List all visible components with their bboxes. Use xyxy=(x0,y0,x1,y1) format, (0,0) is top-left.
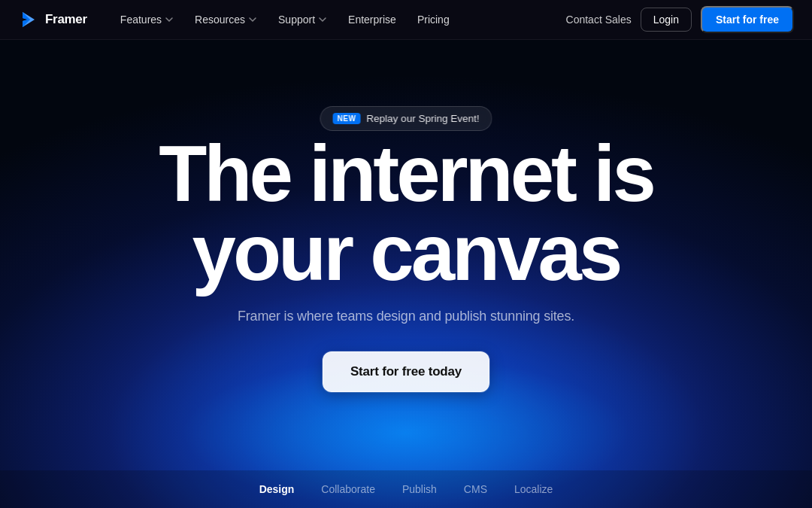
hero-headline: The internet is your canvas xyxy=(159,134,653,292)
navigation: Framer Features Resources Support Enterp… xyxy=(0,0,812,40)
logo[interactable]: Framer xyxy=(18,9,87,30)
start-for-free-button[interactable]: Start for free xyxy=(701,6,794,33)
nav-resources[interactable]: Resources xyxy=(186,9,266,30)
new-badge: NEW xyxy=(333,113,361,124)
nav-links: Features Resources Support Enterprise Pr… xyxy=(111,9,566,30)
chevron-down-icon xyxy=(318,15,327,24)
bottom-tabs: Design Collaborate Publish CMS Localize xyxy=(0,470,812,508)
tab-design[interactable]: Design xyxy=(258,480,296,498)
contact-sales-link[interactable]: Contact Sales xyxy=(566,14,632,26)
announcement-text: Replay our Spring Event! xyxy=(366,113,479,124)
login-button[interactable]: Login xyxy=(641,8,692,32)
chevron-down-icon xyxy=(165,15,174,24)
nav-features[interactable]: Features xyxy=(111,9,183,30)
tab-publish[interactable]: Publish xyxy=(401,480,438,498)
hero-subtitle: Framer is where teams design and publish… xyxy=(238,309,574,324)
hero-content: NEW Replay our Spring Event! The interne… xyxy=(0,40,812,508)
nav-enterprise[interactable]: Enterprise xyxy=(339,9,405,30)
nav-support[interactable]: Support xyxy=(269,9,336,30)
tab-collaborate[interactable]: Collaborate xyxy=(320,480,377,498)
chevron-down-icon xyxy=(248,15,257,24)
nav-pricing[interactable]: Pricing xyxy=(408,9,459,30)
tab-localize[interactable]: Localize xyxy=(513,480,554,498)
nav-right: Contact Sales Login Start for free xyxy=(566,6,794,33)
tab-cms[interactable]: CMS xyxy=(462,480,489,498)
announcement-banner[interactable]: NEW Replay our Spring Event! xyxy=(320,106,492,131)
cta-button[interactable]: Start for free today xyxy=(323,351,489,392)
logo-text: Framer xyxy=(45,12,87,27)
